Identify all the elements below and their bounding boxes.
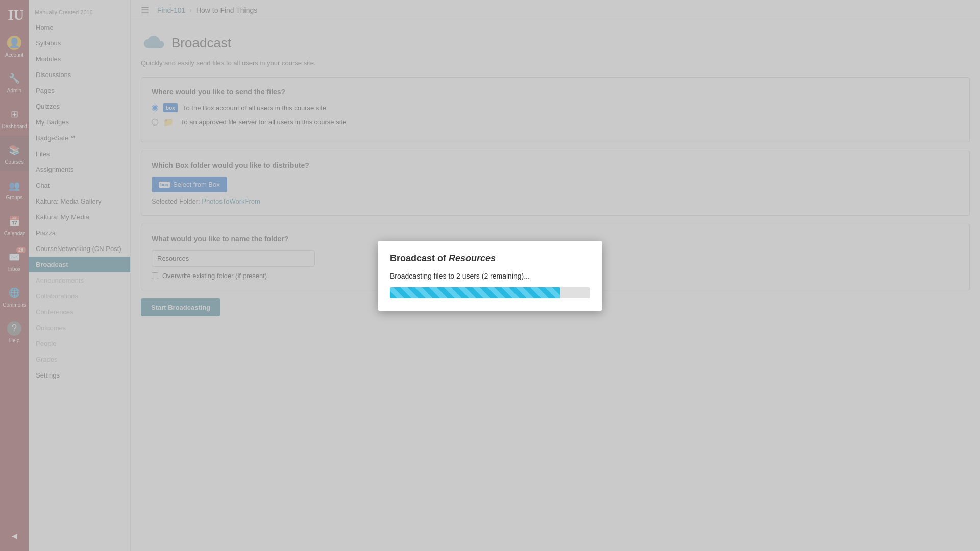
modal-message: Broadcasting files to 2 users (2 remaini… — [390, 272, 590, 280]
progress-bar-container — [390, 287, 590, 298]
modal-title-prefix: Broadcast of — [390, 253, 449, 263]
progress-bar-fill — [390, 287, 560, 298]
broadcast-modal: Broadcast of Resources Broadcasting file… — [378, 241, 602, 311]
main-content-area: ☰ Find-101 › How to Find Things Broadcas… — [131, 0, 980, 551]
modal-title: Broadcast of Resources — [390, 253, 590, 264]
modal-title-resource: Resources — [449, 253, 496, 263]
modal-overlay: Broadcast of Resources Broadcasting file… — [131, 0, 980, 551]
